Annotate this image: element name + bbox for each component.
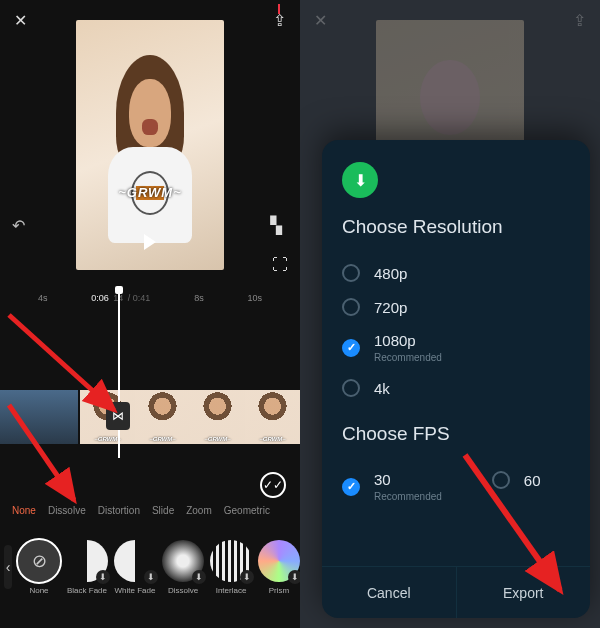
close-icon: ✕ (314, 11, 327, 30)
svg-line-1 (9, 405, 74, 500)
clip-2b[interactable]: ~GRWM~ (135, 390, 190, 444)
res-480p[interactable]: 480p (342, 256, 570, 290)
close-icon[interactable]: ✕ (14, 11, 27, 30)
cancel-button[interactable]: Cancel (322, 567, 456, 618)
time-current: 0:06 (91, 293, 109, 303)
fx-black-fade[interactable]: ⬇Black Fade (66, 540, 108, 595)
annotation-arrow (460, 450, 590, 614)
share-icon[interactable]: ⇪ (273, 11, 286, 30)
apply-all-icon[interactable]: ✓✓ (260, 472, 286, 498)
time-mark: 8s (194, 293, 204, 303)
fps-title: Choose FPS (342, 423, 570, 445)
fullscreen-icon[interactable]: ⛶ (272, 256, 288, 274)
video-preview[interactable]: ~GRWM~ (76, 20, 224, 270)
tab-zoom[interactable]: Zoom (182, 501, 216, 520)
download-icon: ⬇ (342, 162, 378, 198)
clip-2c[interactable]: ~GRWM~ (190, 390, 245, 444)
editor-screen: ✕ ⇪ ~GRWM~ ↶ ▝▖ ⛶ 4s 0:06 14 / 0:41 8s 1… (0, 0, 300, 628)
fx-dissolve[interactable]: ⬇Dissolve (162, 540, 204, 595)
res-1080p[interactable]: 1080pRecommended (342, 324, 570, 371)
fx-none[interactable]: ⊘None (18, 540, 60, 595)
clip-2d[interactable]: ~GRWM~ (245, 390, 300, 444)
time-mark: 10s (248, 293, 263, 303)
layers-icon[interactable]: ▝▖ (264, 216, 288, 235)
svg-line-0 (9, 315, 114, 410)
play-icon[interactable] (144, 234, 156, 250)
export-screen: ✕ ⇪ ⬇ Choose Resolution 480p 720p 1080pR… (300, 0, 600, 628)
effects-row: ‹ ⊘None ⬇Black Fade ⬇White Fade ⬇Dissolv… (0, 528, 300, 606)
svg-line-2 (465, 455, 560, 590)
res-4k[interactable]: 4k (342, 371, 570, 405)
person-illustration (103, 55, 198, 255)
fx-white-fade[interactable]: ⬇White Fade (114, 540, 156, 595)
share-icon: ⇪ (573, 11, 586, 30)
tab-geometric[interactable]: Geometric (220, 501, 274, 520)
back-button[interactable]: ‹ (4, 545, 12, 589)
fx-prism[interactable]: ⬇Prism (258, 540, 300, 595)
time-total: / 0:41 (128, 293, 151, 303)
annotation-arrow (4, 400, 104, 524)
fps-30[interactable]: 30Recommended (342, 471, 442, 502)
fx-interlace[interactable]: ⬇Interlace (210, 540, 252, 595)
resolution-title: Choose Resolution (342, 216, 570, 238)
time-ruler[interactable]: 4s 0:06 14 / 0:41 8s 10s (0, 288, 300, 308)
res-720p[interactable]: 720p (342, 290, 570, 324)
tab-slide[interactable]: Slide (148, 501, 178, 520)
time-mark: 4s (38, 293, 48, 303)
overlay-text: ~GRWM~ (76, 185, 224, 200)
undo-icon[interactable]: ↶ (12, 216, 25, 235)
